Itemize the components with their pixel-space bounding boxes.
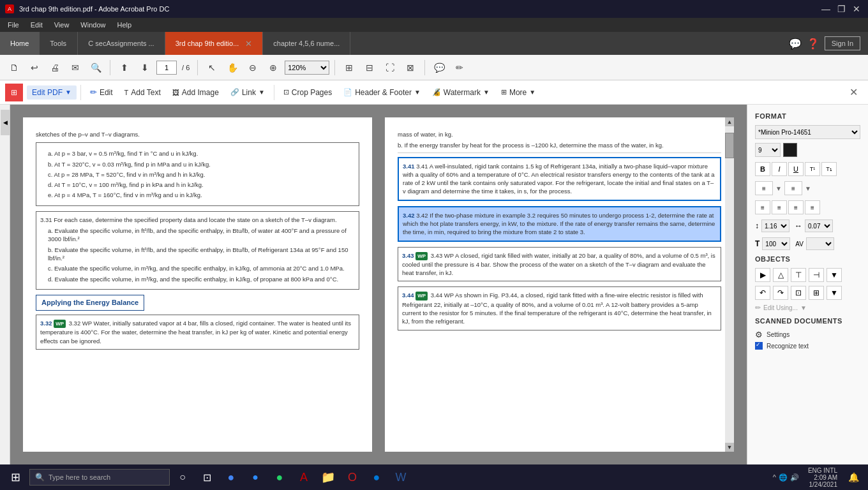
taskbar-files[interactable]: 📁 — [317, 466, 340, 489]
bold-button[interactable]: B — [755, 162, 770, 176]
fit-page-btn[interactable]: ⊟ — [361, 59, 378, 77]
font-name-select[interactable]: *Minion Pro-14651 — [755, 125, 860, 139]
recognize-checkbox[interactable] — [755, 342, 763, 350]
more-button[interactable]: ⊞ More ▼ — [496, 85, 541, 100]
taskbar-search[interactable]: 🔍 Type here to search — [29, 469, 170, 486]
tab-3rdchap[interactable]: 3rd chap 9th editio... ✕ — [165, 32, 264, 55]
help-icon[interactable]: ❓ — [807, 38, 819, 50]
link-dropdown[interactable]: ▼ — [258, 89, 265, 96]
settings-row[interactable]: ⚙ Settings — [755, 330, 860, 339]
obj-more2-btn[interactable]: ▼ — [827, 286, 842, 300]
color-swatch[interactable] — [783, 143, 797, 157]
new-document-btn[interactable]: 🗋 — [5, 59, 23, 77]
taskbar-whatsapp[interactable]: ● — [268, 466, 291, 489]
scroll-up[interactable]: ▲ — [725, 117, 734, 126]
edit-pdf-icon[interactable]: ⊞ — [5, 84, 23, 101]
num-list-dropdown[interactable]: ▼ — [805, 185, 811, 192]
taskbar-cortana[interactable]: ○ — [171, 466, 194, 489]
watermark-dropdown[interactable]: ▼ — [483, 89, 490, 96]
av-select[interactable] — [806, 237, 834, 250]
menu-window[interactable]: Window — [75, 20, 110, 30]
scroll-thumb[interactable] — [725, 133, 734, 158]
watermark-button[interactable]: 🔏 Watermark ▼ — [427, 85, 495, 100]
header-footer-dropdown[interactable]: ▼ — [414, 89, 421, 96]
taskbar-taskview[interactable]: ⊡ — [195, 466, 218, 489]
email-btn[interactable]: ✉ — [66, 59, 84, 77]
taskbar-zoom[interactable]: ● — [244, 466, 267, 489]
superscript-button[interactable]: T¹ — [805, 162, 820, 176]
close-button[interactable]: ✕ — [850, 3, 863, 15]
taskbar-clock[interactable]: ENG INTL 2:09 AM 1/24/2021 — [804, 467, 841, 488]
font-size-select[interactable]: 9 — [755, 143, 781, 157]
recognize-row[interactable]: Recognize text — [755, 342, 860, 350]
edit-pdf-dropdown[interactable]: ▼ — [65, 89, 71, 96]
subscript-button[interactable]: T₁ — [821, 162, 837, 176]
edit-toolbar-close[interactable]: ✕ — [844, 86, 863, 98]
tab-tools[interactable]: Tools — [40, 32, 78, 55]
print-btn[interactable]: 🖨 — [46, 59, 64, 77]
underline-button[interactable]: U — [788, 162, 804, 176]
taskbar-acrobat[interactable]: A — [292, 466, 315, 489]
scroll-bar[interactable]: ▲ ▼ — [725, 117, 734, 452]
toggle-button[interactable]: ◀ — [1, 110, 10, 135]
zoom-select[interactable]: 120% — [285, 61, 329, 75]
tab-home[interactable]: Home — [0, 32, 40, 55]
more-dropdown[interactable]: ▼ — [529, 89, 535, 96]
line-spacing-select[interactable]: 1.16 — [761, 219, 789, 232]
sign-in-button[interactable]: Sign In — [825, 36, 860, 50]
tab-chapter456[interactable]: chapter 4,5,6 nume... — [263, 32, 350, 55]
edit-pdf-button[interactable]: Edit PDF ▼ — [27, 85, 77, 100]
start-button[interactable]: ⊞ — [3, 466, 28, 489]
char-spacing-select[interactable]: 0.07 — [805, 219, 833, 232]
maximize-button[interactable]: ❐ — [835, 3, 848, 15]
link-button[interactable]: 🔗 Link ▼ — [225, 85, 270, 100]
pdf-scroll[interactable]: sketches of the p–v and T–v diagrams. a.… — [10, 105, 747, 464]
add-image-button[interactable]: 🖼 Add Image — [167, 85, 224, 100]
undo-btn[interactable]: ↩ — [26, 59, 43, 77]
num-list-button[interactable]: ≡ — [784, 181, 802, 195]
taskbar-volume-icon[interactable]: 🔊 — [790, 473, 799, 482]
align-left-button[interactable]: ≡ — [755, 200, 770, 214]
obj-align-top-btn[interactable]: ⊤ — [791, 268, 806, 282]
comment-btn[interactable]: 💬 — [430, 59, 448, 77]
minimize-button[interactable]: — — [819, 3, 832, 15]
scroll-down[interactable]: ▼ — [725, 443, 734, 452]
align-justify-button[interactable]: ≡ — [805, 200, 820, 214]
taskbar-arrow-up[interactable]: ^ — [773, 473, 776, 481]
italic-button[interactable]: I — [772, 162, 787, 176]
menu-view[interactable]: View — [49, 20, 75, 30]
obj-more-btn[interactable]: ▼ — [827, 268, 842, 282]
full-screen-btn[interactable]: ⛶ — [381, 59, 399, 77]
taskbar-browser2[interactable]: ● — [365, 466, 388, 489]
tab-3rdchap-close[interactable]: ✕ — [245, 39, 252, 48]
obj-triangle-btn[interactable]: △ — [773, 268, 788, 282]
edit-using-dropdown[interactable]: ▼ — [800, 304, 807, 311]
menu-file[interactable]: File — [3, 20, 24, 30]
fit-width-btn[interactable]: ⊞ — [340, 59, 358, 77]
edit-using-label[interactable]: Edit Using... — [763, 304, 798, 311]
obj-arrow-btn[interactable]: ▶ — [755, 268, 770, 282]
menu-edit[interactable]: Edit — [26, 20, 48, 30]
zoom-in-btn[interactable]: ⊕ — [264, 59, 282, 77]
bullet-list-button[interactable]: ≡ — [755, 181, 773, 195]
chat-icon[interactable]: 💬 — [789, 38, 802, 50]
two-page-btn[interactable]: ⊠ — [401, 59, 419, 77]
taskbar-chrome[interactable]: ● — [220, 466, 243, 489]
obj-redo-btn[interactable]: ↷ — [773, 286, 788, 300]
search-btn[interactable]: 🔍 — [87, 59, 105, 77]
zoom-out-btn[interactable]: ⊖ — [244, 59, 262, 77]
tab-cassignments[interactable]: C secAssignments ... — [78, 32, 165, 55]
obj-align-right-btn[interactable]: ⊣ — [809, 268, 824, 282]
hand-tool-btn[interactable]: ✋ — [223, 59, 241, 77]
crop-pages-button[interactable]: ⊡ Crop Pages — [278, 85, 337, 100]
taskbar-opera[interactable]: O — [341, 466, 364, 489]
edit-button[interactable]: ✏ Edit — [85, 85, 118, 100]
add-text-button[interactable]: T Add Text — [119, 85, 166, 100]
next-page-btn[interactable]: ⬇ — [136, 59, 154, 77]
align-right-button[interactable]: ≡ — [788, 200, 804, 214]
taskbar-word[interactable]: W — [389, 466, 412, 489]
notification-button[interactable]: 🔔 — [844, 466, 863, 489]
page-number-input[interactable] — [156, 61, 177, 75]
align-center-button[interactable]: ≡ — [772, 200, 787, 214]
cursor-tool-btn[interactable]: ↖ — [203, 59, 221, 77]
